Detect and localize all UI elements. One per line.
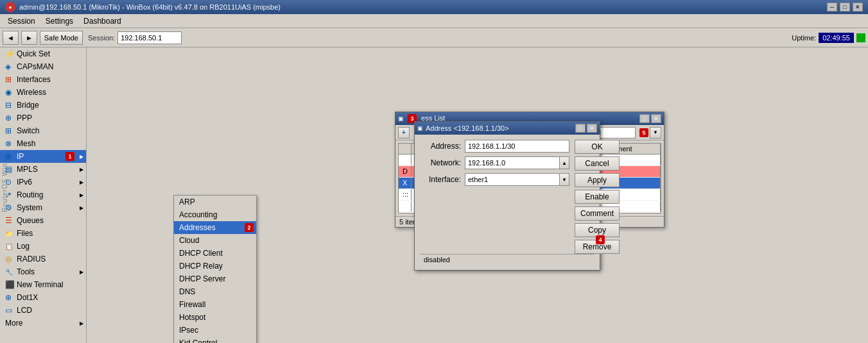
dialog-menu-icon: ▣ (417, 125, 423, 131)
badge-5-area: 5 (639, 128, 648, 137)
interfaces-icon (5, 75, 14, 84)
submenu-kid-control[interactable]: Kid Control (174, 337, 256, 343)
wireless-icon (5, 88, 14, 97)
network-field-row: Network: ▲ (420, 156, 569, 169)
ip-submenu: ARP Accounting Addresses 2 Cloud DHCP Cl… (173, 195, 257, 343)
addr-list-close-btn[interactable]: ✕ (651, 114, 661, 123)
addr-list-add-btn[interactable]: + (398, 127, 410, 138)
menu-dashboard[interactable]: Dashboard (78, 15, 126, 27)
sidebar-item-more[interactable]: More ▶ (0, 317, 86, 330)
uptime-indicator (856, 33, 865, 42)
submenu-dhcp-server[interactable]: DHCP Server (174, 272, 256, 285)
dropdown-btn[interactable]: ▼ (650, 127, 661, 138)
quickset-icon (5, 49, 14, 58)
address-label: Address: (420, 142, 465, 151)
ipv6-icon (5, 178, 14, 187)
sidebar-label-tools: Tools (17, 267, 35, 276)
sidebar-label-dot1x: Dot1X (17, 293, 38, 302)
address-field-row: Address: (420, 140, 569, 153)
sidebar-item-quick-set[interactable]: Quick Set (0, 47, 86, 60)
menu-bar: Session Settings Dashboard (0, 14, 868, 28)
col-flag (399, 144, 412, 154)
addr-edit-title: Address <192.168.1.1/30> (423, 124, 575, 132)
sidebar-label-mesh: Mesh (17, 139, 35, 148)
forward-button[interactable]: ► (21, 31, 37, 45)
interface-dropdown-btn[interactable]: ▼ (559, 173, 569, 186)
maximize-button[interactable]: □ (840, 3, 850, 12)
apply-button[interactable]: Apply (575, 173, 620, 187)
menu-session[interactable]: Session (3, 15, 40, 27)
sidebar-item-ipv6[interactable]: IPv6 ▶ (0, 176, 86, 188)
network-input[interactable] (465, 156, 559, 169)
title-bar-left: ● admin@192.168.50.1 (MikroTik) - WinBox… (5, 2, 281, 12)
new-terminal-icon (5, 280, 14, 289)
sidebar-item-ip[interactable]: IP ▶ 1 (0, 150, 86, 163)
sidebar-item-interfaces[interactable]: Interfaces (0, 73, 86, 86)
sidebar-label-lcd: LCD (17, 306, 32, 315)
switch-icon (5, 126, 14, 135)
submenu-cloud[interactable]: Cloud (174, 234, 256, 247)
address-input[interactable] (465, 140, 569, 153)
sidebar-item-queues[interactable]: Queues (0, 214, 86, 227)
sidebar-item-mpls[interactable]: MPLS ▶ (0, 163, 86, 176)
addr-list-restore-btn[interactable]: □ (639, 114, 650, 123)
menu-settings[interactable]: Settings (40, 15, 78, 27)
ip-arrow: ▶ (80, 154, 83, 160)
network-dropdown-btn[interactable]: ▲ (559, 156, 569, 169)
system-icon (5, 203, 14, 212)
sidebar-label-quick-set: Quick Set (17, 49, 50, 58)
sidebar-item-lcd[interactable]: LCD (0, 304, 86, 317)
sidebar-item-new-terminal[interactable]: New Terminal (0, 278, 86, 291)
routing-icon (5, 190, 14, 199)
mpls-icon (5, 165, 14, 174)
submenu-ipsec[interactable]: IPsec (174, 324, 256, 337)
ppp-icon (5, 113, 14, 122)
sidebar-item-mesh[interactable]: Mesh (0, 137, 86, 150)
interface-input[interactable] (465, 173, 559, 186)
close-button[interactable]: ✕ (853, 3, 863, 12)
addr-edit-titlebar[interactable]: ▣ Address <192.168.1.1/30> □ ✕ (415, 122, 600, 135)
app-icon: ● (5, 2, 15, 12)
minimize-button[interactable]: ─ (827, 3, 837, 12)
cancel-button[interactable]: Cancel (575, 156, 620, 171)
submenu-addresses[interactable]: Addresses 2 (174, 221, 256, 234)
addr-list-window-controls: □ ✕ (639, 114, 661, 123)
dialog-controls: □ ✕ (575, 124, 597, 133)
sidebar-item-dot1x[interactable]: Dot1X (0, 291, 86, 304)
sidebar-item-ppp[interactable]: PPP (0, 112, 86, 124)
dialog-body: Address: Network: ▲ Interface: (415, 135, 600, 270)
sidebar-item-radius[interactable]: RADIUS (0, 253, 86, 265)
enable-button[interactable]: Enable (575, 190, 620, 204)
more-arrow: ▶ (80, 321, 83, 326)
submenu-dns[interactable]: DNS (174, 285, 256, 298)
sidebar-item-log[interactable]: Log (0, 240, 86, 253)
files-icon (5, 229, 14, 238)
uptime-area: Uptime: 02:49:55 (792, 33, 865, 43)
ok-button[interactable]: OK (575, 140, 620, 154)
sidebar-label-routing: Routing (17, 190, 43, 199)
sidebar-item-bridge[interactable]: Bridge (0, 99, 86, 112)
sidebar-item-switch[interactable]: Switch (0, 124, 86, 137)
dialog-fields: Address: Network: ▲ Interface: (420, 140, 569, 190)
sidebar-item-capsman[interactable]: CAPsMAN (0, 60, 86, 73)
sidebar-label-capsman: CAPsMAN (17, 62, 53, 71)
sidebar-item-routing[interactable]: Routing ▶ (0, 188, 86, 201)
submenu-dhcp-relay[interactable]: DHCP Relay (174, 260, 256, 272)
dialog-restore-btn[interactable]: □ (575, 124, 586, 133)
sidebar-item-wireless[interactable]: Wireless (0, 86, 86, 99)
safe-mode-button[interactable]: Safe Mode (40, 31, 83, 45)
uptime-value: 02:49:55 (819, 33, 854, 43)
comment-button[interactable]: Comment (575, 206, 620, 221)
submenu-hotspot[interactable]: Hotspot (174, 311, 256, 324)
sidebar-item-system[interactable]: System ▶ (0, 201, 86, 214)
submenu-arp[interactable]: ARP (174, 196, 256, 208)
dialog-close-btn[interactable]: ✕ (587, 124, 597, 133)
back-button[interactable]: ◄ (3, 31, 19, 45)
submenu-accounting[interactable]: Accounting (174, 208, 256, 221)
submenu-dhcp-client[interactable]: DHCP Client (174, 247, 256, 260)
sidebar-item-files[interactable]: Files (0, 227, 86, 240)
sidebar-item-tools[interactable]: Tools ▶ (0, 265, 86, 278)
submenu-firewall[interactable]: Firewall (174, 298, 256, 311)
sidebar-label-more: More (5, 319, 22, 328)
tools-icon (5, 267, 14, 276)
